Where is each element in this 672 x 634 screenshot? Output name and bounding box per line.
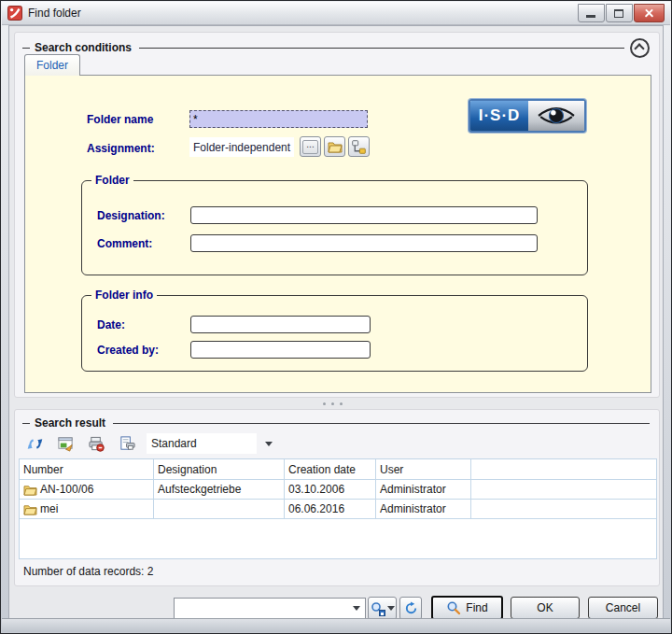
cell-creation-date: 06.06.2016 [285,500,376,518]
app-icon [7,6,22,21]
print-list-button[interactable] [117,433,137,454]
eye-icon [537,104,576,128]
folder-name-label: Folder name [87,113,153,126]
chevron-up-icon [634,43,644,53]
chevron-down-icon [353,606,360,611]
search-result-panel: Search result [14,409,660,586]
folder-group-legend: Folder [91,174,133,187]
cell-creation-date: 03.10.2006 [285,480,376,499]
isd-logo: I·S·D [469,99,586,133]
folder-icon [23,503,37,515]
cancel-button[interactable]: Cancel [588,597,658,619]
date-input[interactable] [190,316,371,333]
column-header-creation-date[interactable]: Creation date [285,459,376,479]
chevron-down-icon [387,606,395,611]
minimize-icon [586,15,595,18]
assignment-folder-button[interactable] [324,136,345,157]
window-bottom-frame [2,618,670,632]
cell-number: mei [40,502,58,515]
column-header-number[interactable]: Number [20,459,154,479]
assignment-structure-button[interactable] [348,136,370,157]
print-settings-icon [88,435,105,453]
cancel-button-label: Cancel [606,601,640,614]
table-row[interactable]: mei 06.06.2016 Administrator [20,500,656,519]
close-button[interactable] [634,4,665,22]
search-conditions-panel: Search conditions Folder Folder name Ass… [14,32,660,398]
search-conditions-legend: Search conditions [35,41,132,54]
refresh-results-button[interactable] [24,433,45,454]
refresh-icon [26,435,44,453]
created-by-label: Created by: [97,344,159,357]
dialog-client-area: Search conditions Folder Folder name Ass… [8,25,664,619]
cell-user: Administrator [376,500,471,518]
record-count-label: Number of data records: [23,565,144,578]
maximize-icon [614,9,623,18]
folder-group: Folder Designation: Comment: [81,180,588,275]
column-header-user[interactable]: User [376,459,471,479]
created-by-input[interactable] [190,341,371,359]
minimize-button[interactable] [578,4,605,22]
column-header-empty[interactable] [471,459,656,479]
maximize-button[interactable] [606,4,633,22]
isd-logo-text: I·S·D [470,101,528,131]
collapse-search-conditions-button[interactable] [630,38,650,58]
search-conditions-header: Search conditions [22,40,650,55]
comment-input[interactable] [190,234,538,252]
panel-splitter[interactable] [323,402,343,405]
tab-folder[interactable]: Folder [24,54,80,76]
window-title: Find folder [28,7,81,20]
folder-info-group-legend: Folder info [91,289,157,302]
tab-folder-label: Folder [36,59,68,72]
window-controls [578,4,665,22]
folder-icon [328,140,343,153]
print-settings-button[interactable] [86,433,106,454]
view-preset-select[interactable]: Standard [147,433,257,454]
search-result-legend: Search result [35,416,105,430]
save-search-button[interactable] [368,597,397,620]
view-preset-value: Standard [151,437,197,450]
cell-designation: Aufsteckgetriebe [154,480,285,499]
date-label: Date: [97,318,125,331]
refresh-icon [404,601,418,615]
find-button-label: Find [466,601,487,614]
search-icon [446,600,461,615]
hierarchy-icon [351,139,367,155]
record-count-status: Number of data records: 2 [23,565,153,578]
ok-button[interactable]: OK [511,597,580,619]
folder-icon [23,484,37,496]
cell-designation [154,500,285,518]
refresh-search-button[interactable] [399,597,422,620]
ellipsis-icon: ... [302,140,318,154]
view-preset-dropdown-button[interactable] [260,433,277,454]
results-table: Number Designation Creation date User AN… [19,458,657,559]
search-save-icon [371,601,385,616]
designation-label: Designation: [97,209,165,222]
print-list-icon [119,435,136,453]
search-result-header: Search result [22,416,650,430]
chevron-down-icon [265,442,273,446]
folder-info-group: Folder info Date: Created by: [81,295,588,372]
find-button[interactable]: Find [431,596,503,620]
ok-button-label: OK [537,601,553,614]
record-count-value: 2 [147,565,154,578]
designation-input[interactable] [190,206,538,224]
result-toolbar [24,432,137,455]
assignment-label: Assignment: [87,142,155,155]
export-image-button[interactable] [55,433,76,454]
export-image-icon [57,435,75,453]
saved-search-select[interactable] [174,598,366,619]
table-row[interactable]: AN-100/06 Aufsteckgetriebe 03.10.2006 Ad… [20,480,656,500]
assignment-browse-button[interactable]: ... [300,136,321,157]
table-header-row: Number Designation Creation date User [20,459,656,480]
column-header-designation[interactable]: Designation [154,459,285,479]
assignment-value: Folder-independent [189,137,294,157]
cell-number: AN-100/06 [40,483,93,496]
title-bar: Find folder [2,2,670,25]
folder-name-input[interactable] [189,110,368,128]
cell-user: Administrator [376,480,471,499]
folder-tab-page: Folder name Assignment: Folder-independe… [24,75,651,393]
find-folder-dialog: Find folder Search conditions Folder Fol… [0,0,672,634]
comment-label: Comment: [97,237,152,250]
